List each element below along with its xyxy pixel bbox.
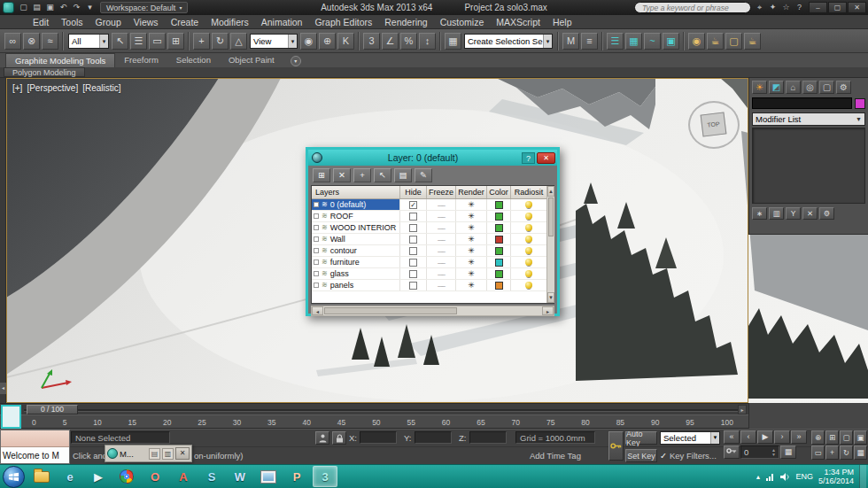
layer-freeze-cell[interactable]: ----- (427, 257, 456, 267)
current-frame-field[interactable]: 0 ▲▼ (740, 445, 779, 459)
viewport-menu-shading[interactable]: [Realistic] (82, 83, 120, 93)
layer-render-cell[interactable]: ✳ (456, 211, 487, 221)
expand-icon[interactable] (314, 248, 319, 253)
layer-row[interactable]: ≋0 (default)✓-----✳ (312, 199, 546, 211)
menu-modifiers[interactable]: Modifiers (205, 15, 255, 29)
layer-freeze-cell[interactable]: ----- (427, 199, 456, 210)
pan-icon[interactable]: + (825, 445, 839, 460)
ribbon-config-icon[interactable]: ▾ (291, 56, 301, 66)
color-swatch[interactable] (495, 201, 503, 209)
3ds-max-icon[interactable]: 3 (313, 466, 337, 487)
search-go-icon[interactable]: ⌖ (753, 2, 766, 13)
radiosity-icon[interactable] (525, 259, 532, 266)
layer-row[interactable]: ≋WOOD INTERIOR-----✳ (312, 222, 546, 234)
folder-icon[interactable]: ▥ (162, 448, 174, 460)
delete-layer-icon[interactable]: ✕ (333, 168, 351, 182)
layer-color-cell[interactable] (487, 280, 511, 290)
favorites-icon[interactable]: ☆ (779, 2, 793, 13)
create-new-layer-icon[interactable]: ⊞ (313, 168, 330, 182)
snaps-toggle-icon[interactable]: 3 (363, 33, 380, 50)
scroll-right-icon[interactable]: ▸ (542, 306, 554, 315)
hide-checkbox[interactable] (409, 259, 417, 267)
zoom-region-icon[interactable]: ▭ (811, 445, 825, 460)
layer-hide-cell[interactable] (400, 245, 427, 256)
material-editor-icon[interactable]: ◉ (688, 33, 705, 50)
select-and-rotate-icon[interactable]: ↻ (212, 33, 229, 50)
viewport-menu-general[interactable]: [+] (12, 83, 22, 93)
powerpoint-icon[interactable]: P (284, 466, 309, 487)
layer-render-cell[interactable]: ✳ (456, 199, 487, 210)
modify-tab-icon[interactable]: ◩ (769, 81, 784, 94)
zoom-icon[interactable]: ⊕ (811, 430, 825, 445)
select-object-icon[interactable]: ↖ (112, 33, 128, 50)
key-filters-button[interactable]: Key Filters... (670, 451, 717, 461)
spinner-icon[interactable]: ▲▼ (771, 448, 776, 457)
layer-name-cell[interactable]: ≋panels (312, 280, 400, 290)
mini-window-close-button[interactable]: ✕ (175, 447, 190, 460)
new-scene-icon[interactable]: ▢ (17, 2, 30, 13)
photo-viewer-icon[interactable] (256, 466, 281, 487)
render-toggle[interactable]: ✳ (468, 212, 475, 221)
layer-radiosity-cell[interactable] (511, 280, 546, 290)
select-and-manipulate-icon[interactable]: ⊕ (319, 33, 336, 50)
render-toggle[interactable]: ✳ (468, 235, 475, 244)
internet-explorer-icon[interactable]: e (58, 466, 82, 487)
layer-color-cell[interactable] (487, 222, 511, 233)
select-and-move-icon[interactable]: + (193, 33, 210, 50)
column-header-render[interactable]: Render (456, 186, 487, 198)
create-tab-icon[interactable]: ☀ (752, 81, 767, 94)
language-indicator[interactable]: ENG (795, 472, 813, 481)
render-toggle[interactable]: ✳ (468, 269, 475, 278)
menu-graph-editors[interactable]: Graph Editors (308, 15, 378, 29)
layer-freeze-cell[interactable]: ----- (427, 222, 456, 233)
layer-hide-cell[interactable] (400, 280, 427, 290)
layer-hide-cell[interactable] (400, 234, 427, 244)
layer-render-cell[interactable]: ✳ (456, 257, 487, 267)
layer-render-cell[interactable]: ✳ (456, 280, 487, 290)
zoom-extents-all-icon[interactable]: ▣ (854, 430, 867, 445)
layer-name-cell[interactable]: ≋glass (312, 268, 400, 279)
workspace-dropdown[interactable]: Workspace: Default ▾ (100, 2, 188, 13)
color-swatch[interactable] (495, 259, 503, 267)
layer-color-cell[interactable] (487, 199, 511, 210)
mirror-icon[interactable]: M (562, 33, 579, 50)
layer-row[interactable]: ≋contour-----✳ (312, 245, 546, 257)
menu-rendering[interactable]: Rendering (378, 15, 433, 29)
z-coordinate-field[interactable] (469, 431, 507, 444)
menu-group[interactable]: Group (89, 15, 128, 29)
render-toggle[interactable]: ✳ (468, 200, 475, 209)
graphite-toggle-icon[interactable]: ▦ (625, 33, 642, 50)
keyboard-override-icon[interactable]: K (337, 33, 354, 50)
expand-icon[interactable] (314, 271, 319, 276)
expand-icon[interactable] (314, 283, 319, 288)
layer-name-cell[interactable]: ≋0 (default) (312, 199, 400, 210)
zoom-extents-icon[interactable]: ▢ (840, 430, 853, 445)
tab-polygon-modeling[interactable]: Polygon Modeling (4, 67, 85, 77)
modifier-list-dropdown[interactable]: Modifier List ▼ (752, 112, 865, 126)
layer-color-cell[interactable] (487, 234, 511, 244)
render-toggle[interactable]: ✳ (468, 246, 475, 255)
curve-editor-icon[interactable]: ~ (644, 33, 661, 50)
hide-checkbox[interactable] (409, 270, 417, 278)
layer-name-cell[interactable]: ≋WOOD INTERIOR (312, 222, 400, 233)
key-selection-dropdown[interactable]: Selected ▼ (660, 431, 720, 445)
menu-views[interactable]: Views (128, 15, 165, 29)
layer-row[interactable]: ≋furniture-----✳ (312, 257, 546, 268)
layer-hide-cell[interactable] (400, 268, 427, 279)
render-setup-icon[interactable]: ☕ (707, 33, 724, 50)
percent-snap-icon[interactable]: % (400, 33, 417, 50)
opera-icon[interactable]: O (143, 466, 167, 487)
menu-tools[interactable]: Tools (55, 15, 89, 29)
configure-modifier-sets-icon[interactable]: ⚙ (819, 207, 834, 220)
freeze-toggle[interactable]: ----- (438, 259, 445, 267)
go-to-start-button[interactable]: « (724, 430, 740, 444)
time-slider-track[interactable] (24, 409, 738, 412)
color-swatch[interactable] (495, 213, 503, 221)
layer-row[interactable]: ≋ROOF-----✳ (312, 211, 546, 222)
time-configuration-button[interactable]: ▦ (780, 445, 796, 459)
folder-icon[interactable] (29, 466, 54, 487)
remove-modifier-icon[interactable]: ✕ (802, 207, 818, 220)
unlink-selection-icon[interactable]: ⊗ (23, 33, 40, 50)
utilities-tab-icon[interactable]: ⚙ (836, 81, 851, 94)
reference-coordinate-dropdown[interactable]: View▾ (250, 34, 298, 49)
